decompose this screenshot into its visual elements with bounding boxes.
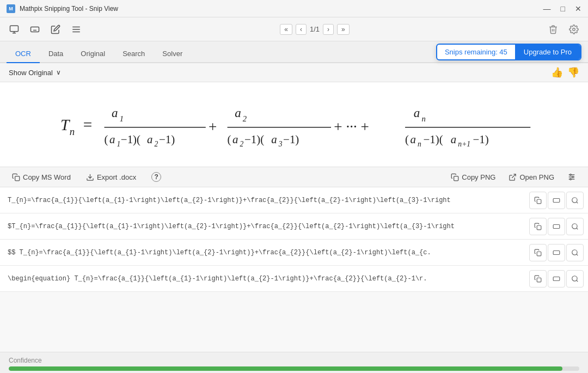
- row-keyboard-btn-2[interactable]: [548, 244, 565, 261]
- svg-text:1: 1: [120, 114, 124, 123]
- svg-rect-58: [537, 199, 541, 204]
- svg-rect-0: [10, 26, 19, 32]
- tab-original[interactable]: Original: [72, 45, 114, 63]
- open-png-btn[interactable]: Open PNG: [505, 172, 558, 183]
- thumbs-up-icon[interactable]: 👍: [551, 66, 563, 78]
- svg-text:=: =: [83, 116, 93, 133]
- row-keyboard-btn-3[interactable]: [548, 270, 565, 288]
- tab-solver[interactable]: Solver: [154, 45, 191, 63]
- row-copy-btn-2[interactable]: [529, 244, 547, 261]
- svg-text:a: a: [112, 106, 118, 120]
- svg-text:−1): −1): [473, 133, 489, 146]
- tab-data[interactable]: Data: [40, 45, 72, 63]
- svg-text:+: +: [209, 119, 217, 135]
- row-search-btn-1[interactable]: [566, 218, 584, 235]
- svg-text:(: (: [228, 133, 231, 146]
- svg-point-56: [572, 176, 574, 178]
- feedback-icons: 👍 👎: [551, 66, 579, 78]
- svg-text:+ ··· +: + ··· +: [334, 119, 369, 135]
- row-copy-btn-1[interactable]: [529, 218, 547, 235]
- thumbs-down-icon[interactable]: 👎: [567, 66, 579, 78]
- svg-text:−1)(: −1)(: [424, 133, 443, 146]
- latex-text-3: \begin{equation} T_{n}=\frac{a_{1}}{\lef…: [0, 270, 525, 288]
- keyboard-icon-btn[interactable]: [27, 22, 42, 37]
- svg-line-64: [577, 201, 578, 203]
- nav-prev-btn[interactable]: ‹: [296, 24, 307, 35]
- svg-rect-69: [537, 252, 541, 256]
- export-icon: [86, 173, 94, 181]
- latex-row[interactable]: T_{n}=\frac{a_{1}}{\left(a_{1}-1\right)\…: [0, 187, 588, 213]
- svg-line-51: [512, 174, 516, 178]
- copy-png-icon: [451, 173, 459, 181]
- pencil-icon-btn[interactable]: [48, 22, 63, 37]
- svg-point-63: [572, 197, 577, 202]
- row-actions-2: [525, 242, 588, 264]
- copy-ms-word-btn[interactable]: Copy MS Word: [9, 172, 74, 183]
- svg-text:n: n: [421, 114, 425, 123]
- title-bar: M Mathpix Snipping Tool - Snip View — □ …: [0, 0, 588, 17]
- latex-row[interactable]: $$ T_{n}=\frac{a_{1}}{\left(a_{1}-1\righ…: [0, 240, 588, 266]
- tab-ocr[interactable]: OCR: [7, 45, 40, 63]
- svg-text:(: (: [405, 133, 409, 146]
- app-icon: M: [7, 4, 15, 13]
- svg-point-71: [572, 249, 577, 254]
- svg-point-57: [570, 179, 572, 180]
- math-formula-svg: T n = a 1 ( a 1 −1)( a 2 −1) + a 2 ( a 2…: [49, 93, 539, 156]
- tab-search[interactable]: Search: [114, 45, 154, 63]
- menu-icon-btn[interactable]: [69, 22, 84, 37]
- svg-text:n: n: [70, 126, 75, 137]
- svg-text:n: n: [418, 140, 421, 148]
- snips-banner: Snips remaining: 45 Upgrade to Pro: [436, 44, 581, 60]
- svg-rect-65: [537, 225, 541, 230]
- svg-rect-66: [553, 224, 560, 228]
- svg-text:a: a: [109, 133, 115, 146]
- row-keyboard-btn-0[interactable]: [548, 192, 565, 209]
- maximize-button[interactable]: □: [561, 5, 565, 13]
- snips-remaining-label: Snips remaining: 45: [437, 45, 515, 59]
- show-original-bar: Show Original ∨ 👍 👎: [0, 63, 588, 82]
- row-copy-btn-3[interactable]: [529, 270, 547, 288]
- minimize-button[interactable]: —: [543, 5, 551, 13]
- monitor-icon-btn[interactable]: [7, 22, 22, 37]
- action-bar: Copy MS Word Export .docx ? Copy PNG Ope…: [0, 167, 588, 187]
- settings-btn[interactable]: [566, 22, 581, 37]
- nav-label: 1/1: [310, 25, 320, 33]
- svg-rect-73: [537, 278, 541, 282]
- trash-btn[interactable]: [546, 22, 561, 37]
- latex-text-0: T_{n}=\frac{a_{1}}{\left(a_{1}-1\right)\…: [0, 191, 525, 210]
- latex-row[interactable]: \begin{equation} T_{n}=\frac{a_{1}}{\lef…: [0, 266, 588, 292]
- svg-line-76: [577, 280, 578, 282]
- show-original-btn[interactable]: Show Original ∨: [9, 69, 61, 77]
- svg-line-72: [577, 254, 578, 255]
- confidence-section: Confidence: [0, 352, 588, 373]
- svg-text:2: 2: [155, 140, 158, 148]
- svg-rect-70: [553, 250, 560, 254]
- row-copy-btn-0[interactable]: [529, 192, 547, 209]
- nav-next-btn[interactable]: ›: [323, 24, 334, 35]
- close-button[interactable]: ✕: [575, 5, 581, 13]
- nav-last-btn[interactable]: »: [337, 24, 350, 35]
- nav-controls: « ‹ 1/1 › »: [280, 24, 349, 35]
- open-png-icon: [509, 173, 517, 181]
- copy-icon: [12, 173, 20, 181]
- row-search-btn-3[interactable]: [566, 270, 584, 288]
- window-controls: — □ ✕: [543, 5, 581, 13]
- svg-rect-48: [15, 176, 20, 180]
- action-settings-icon: [567, 173, 576, 181]
- export-docx-btn[interactable]: Export .docx: [83, 172, 139, 183]
- svg-text:n+1: n+1: [458, 140, 470, 148]
- latex-row[interactable]: $T_{n}=\frac{a_{1}}{\left(a_{1}-1\right)…: [0, 213, 588, 240]
- math-display: T n = a 1 ( a 1 −1)( a 2 −1) + a 2 ( a 2…: [0, 82, 588, 167]
- svg-text:(: (: [105, 133, 108, 146]
- copy-png-btn[interactable]: Copy PNG: [448, 172, 499, 183]
- svg-text:−1)(: −1)(: [244, 133, 264, 146]
- nav-first-btn[interactable]: «: [280, 24, 292, 35]
- row-search-btn-2[interactable]: [566, 244, 584, 261]
- help-btn[interactable]: ?: [148, 170, 164, 184]
- row-keyboard-btn-1[interactable]: [548, 218, 565, 235]
- title-bar-left: M Mathpix Snipping Tool - Snip View: [7, 4, 118, 13]
- row-search-btn-0[interactable]: [566, 192, 584, 209]
- upgrade-button[interactable]: Upgrade to Pro: [515, 45, 580, 59]
- svg-text:a: a: [451, 133, 456, 146]
- action-settings-btn[interactable]: [564, 171, 579, 183]
